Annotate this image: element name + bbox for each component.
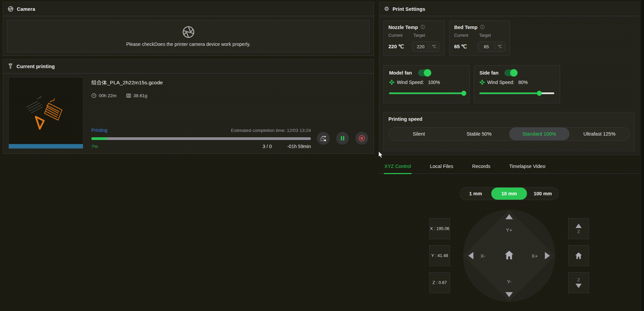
scrollbar-track[interactable] <box>641 0 644 311</box>
print-bed-strip <box>9 144 83 148</box>
z-label: Z <box>577 278 580 282</box>
model-fan-slider[interactable] <box>389 90 464 96</box>
progress-percent: 7% <box>91 144 98 149</box>
coord-y-value: Y : 41.48 <box>431 253 448 258</box>
x-minus-label[interactable]: X- <box>480 253 486 259</box>
control-tabs: XYZ Control Local Files Records Timelaps… <box>379 159 639 174</box>
bed-target-value: 65 <box>478 44 495 49</box>
slider-thumb[interactable] <box>461 91 466 96</box>
print-settings-header: ⚙ Print Settings <box>379 2 639 16</box>
skip-objects-icon <box>320 135 327 142</box>
nozzle-target-input[interactable]: 220 ℃ <box>412 41 439 52</box>
camera-panel-header: Camera <box>3 2 374 16</box>
printing-speed-card: Printing speed Silent Stable 50% Standar… <box>383 112 635 151</box>
z-axis-controls: Z Z <box>568 218 589 293</box>
printer-nozzle-icon <box>8 63 13 69</box>
camera-aperture-icon <box>8 6 13 12</box>
side-fan-card: Side fan Wind Speed: 80% <box>474 65 560 103</box>
slider-fill <box>389 92 464 94</box>
tab-timelapse-video[interactable]: Timelapse Video <box>508 159 546 173</box>
pause-button[interactable] <box>336 132 349 145</box>
distance-option-100mm[interactable]: 100 mm <box>527 188 558 200</box>
nozzle-current-value: 220 ℃ <box>388 44 412 50</box>
print-status: Printing <box>91 128 107 133</box>
current-printing-panel: Current printing 组合体_PLA_2h22m <box>3 59 374 154</box>
coord-x-value: X : 195.06 <box>430 226 449 231</box>
pause-icon <box>340 136 345 141</box>
gear-icon: ⚙ <box>384 6 389 12</box>
side-fan-slider[interactable] <box>479 90 554 96</box>
model-fan-wind-label: Wind Speed: <box>397 80 424 85</box>
toggle-knob <box>424 69 431 77</box>
home-all-button[interactable] <box>503 249 515 262</box>
skip-objects-button[interactable] <box>317 132 330 145</box>
xyz-control-area: 1 mm 10 mm 100 mm X : 195.06 Y : 41.48 Z… <box>379 174 639 302</box>
z-home-button[interactable] <box>568 245 589 266</box>
distance-option-10mm[interactable]: 10 mm <box>491 188 527 200</box>
x-plus-label[interactable]: X+ <box>531 253 538 259</box>
side-fan-wind-label: Wind Speed: <box>487 80 514 85</box>
z-up-button[interactable]: Z <box>568 218 589 239</box>
speed-option-stable[interactable]: Stable 50% <box>449 128 509 140</box>
model-fan-wind-value: 100% <box>428 80 440 85</box>
coord-z-value: Z : 0.67 <box>433 280 447 285</box>
model-preview-art <box>9 78 83 144</box>
printing-speed-title: Printing speed <box>388 116 630 122</box>
z-label: Z <box>577 229 580 234</box>
gcode-filename: 组合体_PLA_2h22m15s.gcode <box>91 79 368 86</box>
tab-local-files[interactable]: Local Files <box>429 159 454 173</box>
camera-error-message: Please checkDoes the printer camera devi… <box>126 41 251 47</box>
home-icon <box>574 251 583 260</box>
z-up-arrow-icon <box>576 224 582 228</box>
y-minus-label[interactable]: Y- <box>507 279 511 284</box>
material-weight: 38.61g <box>134 93 147 98</box>
nozzle-target-value: 220 <box>412 44 429 49</box>
slider-fill <box>479 92 539 94</box>
xy-jog-pad: Y+ X- X+ Y- <box>463 209 555 302</box>
bed-current-label: Current <box>454 33 479 38</box>
tab-records[interactable]: Records <box>471 159 491 173</box>
coord-z-readout: Z : 0.67 <box>429 272 450 293</box>
bed-target-unit: ℃ <box>495 44 505 49</box>
print-progress-bar <box>91 137 311 140</box>
x-plus-arrow-button[interactable] <box>545 252 550 259</box>
speed-option-ultrafast[interactable]: Ultrafast 125% <box>569 128 630 140</box>
time-remaining: -01h 59min <box>287 144 311 149</box>
info-icon[interactable]: ⓘ <box>421 24 425 30</box>
print-settings-panel: ⚙ Print Settings Nozzle Temp ⓘ Current T… <box>379 2 639 155</box>
y-plus-arrow-button[interactable] <box>505 214 513 219</box>
camera-panel-title: Camera <box>17 6 35 12</box>
z-down-button[interactable]: Z <box>568 272 589 293</box>
y-minus-arrow-button[interactable] <box>505 292 513 297</box>
toggle-knob <box>510 69 518 77</box>
coordinate-readouts: X : 195.06 Y : 41.48 Z : 0.67 <box>429 218 450 293</box>
side-fan-toggle[interactable] <box>504 69 517 76</box>
filament-weight-icon <box>126 93 131 98</box>
printing-speed-selector: Silent Stable 50% Standard 100% Ultrafas… <box>388 127 630 141</box>
fan-icon <box>389 80 394 85</box>
nozzle-temp-card: Nozzle Temp ⓘ Current Target 220 ℃ 220 ℃ <box>383 21 444 56</box>
nozzle-temp-title: Nozzle Temp <box>388 25 418 30</box>
tab-xyz-control[interactable]: XYZ Control <box>384 159 412 173</box>
camera-preview-area: Please checkDoes the printer camera devi… <box>7 20 370 52</box>
y-plus-label[interactable]: Y+ <box>506 227 513 233</box>
x-minus-arrow-button[interactable] <box>468 252 473 259</box>
speed-option-standard[interactable]: Standard 100% <box>509 128 569 140</box>
coord-x-readout: X : 195.06 <box>429 218 450 239</box>
print-time: 00h 22m <box>99 93 117 98</box>
model-fan-toggle[interactable] <box>418 69 431 76</box>
current-printing-title: Current printing <box>17 64 55 69</box>
info-icon[interactable]: ⓘ <box>480 24 485 30</box>
slider-thumb[interactable] <box>537 91 542 96</box>
side-fan-title: Side fan <box>479 70 498 76</box>
speed-option-silent[interactable]: Silent <box>389 128 449 140</box>
side-fan-wind-value: 80% <box>518 80 528 85</box>
clock-icon <box>91 93 96 98</box>
bed-temp-card: Bed Temp ⓘ Current Target 65 ℃ 65 ℃ <box>449 21 510 56</box>
model-fan-title: Model fan <box>389 70 412 76</box>
stop-button[interactable] <box>355 132 368 145</box>
distance-option-1mm[interactable]: 1 mm <box>460 188 491 200</box>
stop-icon <box>358 135 365 142</box>
nozzle-target-unit: ℃ <box>429 44 439 49</box>
bed-target-input[interactable]: 65 ℃ <box>478 41 505 52</box>
